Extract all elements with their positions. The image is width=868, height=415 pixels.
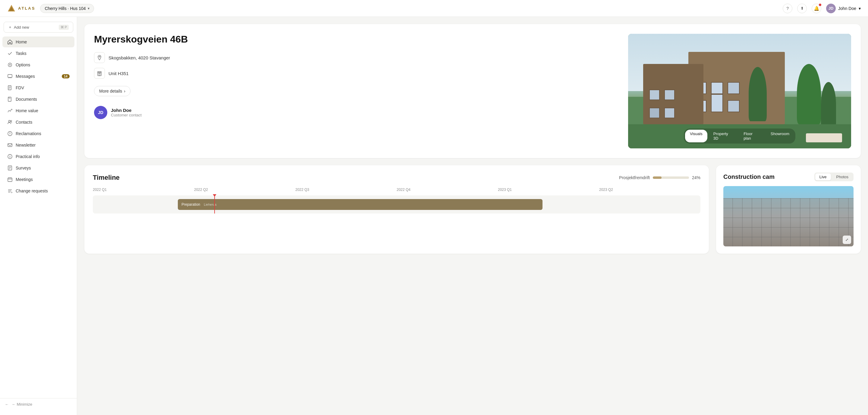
messages-badge: 14: [62, 74, 70, 79]
timeline-cursor: [214, 196, 215, 213]
sidebar-bottom: ← ← Minimize: [0, 398, 77, 410]
chevron-down-icon: ▾: [88, 6, 90, 10]
cam-tabs: Live Photos: [814, 173, 854, 181]
sidebar-item-options-label: Options: [16, 62, 30, 67]
expand-button[interactable]: ⤢: [843, 236, 851, 244]
svg-rect-28: [99, 73, 100, 76]
minimize-arrow-icon: ←: [5, 402, 9, 407]
top-navigation: ATLAS Cherry Hills · Hus 104 ▾ ? ⬆ 🔔 JD …: [0, 0, 868, 17]
property-unit-detail: Unit H351: [94, 68, 618, 79]
options-icon: [7, 62, 13, 67]
image-tab-visuals[interactable]: Visuals: [685, 130, 707, 142]
property-card: Myrerskogveien 46B Skogsbakken, 4020 Sta…: [84, 24, 861, 158]
cam-tab-photos[interactable]: Photos: [832, 173, 852, 180]
timeline-title: Timeline: [93, 174, 120, 182]
user-name-label: John Doe: [838, 6, 856, 11]
cam-tab-live[interactable]: Live: [815, 173, 831, 180]
timeline-axis: 2022 Q1 2022 Q2 2022 Q3 2022 Q4 2023 Q1 …: [93, 187, 701, 192]
home-icon: [7, 39, 13, 45]
fdv-icon: [7, 85, 13, 90]
page-layout: ＋ Add new ⌘ P Home Tasks Options: [0, 17, 868, 415]
image-tab-showroom[interactable]: Showroom: [766, 130, 794, 142]
contact-row: JD John Doe Customer contact: [94, 106, 618, 119]
sidebar-item-practical-info[interactable]: Practical info: [2, 151, 74, 162]
sidebar-item-newsletter-label: Newsletter: [16, 143, 36, 147]
contacts-icon: [7, 119, 13, 125]
contact-avatar: JD: [94, 106, 107, 119]
property-info: Myrerskogveien 46B Skogsbakken, 4020 Sta…: [94, 34, 618, 148]
share-button[interactable]: ⬆: [797, 4, 807, 13]
svg-rect-6: [8, 97, 11, 101]
sidebar-item-meetings[interactable]: Meetings: [2, 174, 74, 185]
progress-wrap: Prosjektfremdrift 24%: [619, 175, 701, 180]
logo: ATLAS: [7, 4, 35, 13]
more-details-button[interactable]: More details ›: [94, 86, 130, 96]
sidebar-item-options[interactable]: Options: [2, 59, 74, 70]
timeline-bar-label: Preparation: [181, 202, 200, 207]
project-selector[interactable]: Cherry Hills · Hus 104 ▾: [40, 4, 94, 13]
sidebar-item-reclamations[interactable]: Reclamations: [2, 128, 74, 139]
svg-rect-29: [98, 72, 99, 73]
main-content: Myrerskogveien 46B Skogsbakken, 4020 Sta…: [77, 17, 868, 415]
sidebar-item-documents-label: Documents: [16, 97, 37, 101]
sidebar-item-home-value[interactable]: Home value: [2, 105, 74, 116]
notifications-bell-wrap: 🔔: [812, 4, 821, 13]
timeline-card: Timeline Prosjektfremdrift 24% 2022 Q1 2…: [84, 165, 709, 254]
project-selector-label: Cherry Hills · Hus 104: [44, 6, 86, 11]
avatar: JD: [826, 4, 836, 13]
sidebar-item-tasks-label: Tasks: [16, 51, 27, 56]
timeline-track: Preparation Lieherus: [93, 196, 701, 213]
property-address-detail: Skogsbakken, 4020 Stavanger: [94, 52, 618, 63]
image-tab-property3d[interactable]: Property 3D: [709, 130, 738, 142]
sidebar-item-contacts-label: Contacts: [16, 120, 32, 124]
progress-percentage: 24%: [692, 175, 701, 180]
construction-cam-card: Construction cam Live Photos ⤢: [716, 165, 861, 254]
documents-icon: [7, 96, 13, 102]
property-unit-text: Unit H351: [108, 71, 129, 76]
sidebar-item-tasks[interactable]: Tasks: [2, 48, 74, 59]
chevron-right-icon: ›: [124, 89, 125, 93]
svg-point-11: [10, 135, 10, 135]
sidebar-item-change-requests[interactable]: Change requests: [2, 185, 74, 196]
sidebar-item-home-value-label: Home value: [16, 108, 38, 113]
messages-icon: [7, 73, 13, 79]
property-address-text: Skogsbakken, 4020 Stavanger: [108, 55, 170, 60]
progress-label: Prosjektfremdrift: [619, 175, 650, 180]
logo-text: ATLAS: [18, 6, 35, 10]
minimize-button[interactable]: ← ← Minimize: [5, 402, 72, 407]
sidebar-item-newsletter[interactable]: Newsletter: [2, 140, 74, 150]
timeline-header: Timeline Prosjektfremdrift 24%: [93, 174, 701, 182]
sidebar-item-change-requests-label: Change requests: [16, 188, 48, 193]
sidebar-item-fdv[interactable]: FDV: [2, 82, 74, 93]
atlas-logo-icon: [7, 4, 16, 13]
axis-label-2: 2022 Q3: [296, 187, 397, 192]
surveys-icon: [7, 165, 13, 171]
contact-name: John Doe: [111, 108, 142, 113]
sidebar-item-documents[interactable]: Documents: [2, 94, 74, 105]
add-new-button[interactable]: ＋ Add new ⌘ P: [4, 22, 73, 33]
sidebar-item-contacts[interactable]: Contacts: [2, 117, 74, 127]
sidebar-item-messages[interactable]: Messages 14: [2, 71, 74, 82]
image-tab-floorplan[interactable]: Floor plan: [739, 130, 765, 142]
sidebar-item-surveys[interactable]: Surveys: [2, 162, 74, 173]
axis-label-4: 2023 Q1: [498, 187, 599, 192]
progress-bar-fill: [653, 176, 661, 179]
help-button[interactable]: ?: [783, 4, 792, 13]
sidebar-item-practical-info-label: Practical info: [16, 154, 40, 159]
scaffolding-visual: [723, 198, 854, 246]
sidebar-item-home[interactable]: Home: [2, 36, 74, 47]
svg-point-7: [8, 120, 10, 122]
axis-label-3: 2022 Q4: [397, 187, 498, 192]
image-tabs: Visuals Property 3D Floor plan Showroom: [684, 128, 795, 144]
sidebar-item-fdv-label: FDV: [16, 85, 24, 90]
meetings-icon: [7, 177, 13, 182]
cam-title: Construction cam: [723, 173, 775, 180]
user-menu-button[interactable]: JD John Doe ▾: [826, 4, 861, 13]
cam-image: ⤢: [723, 186, 854, 246]
home-value-icon: [7, 108, 13, 113]
axis-label-1: 2022 Q2: [194, 187, 296, 192]
sidebar-item-reclamations-label: Reclamations: [16, 131, 41, 136]
building-icon: [94, 68, 105, 79]
sidebar-item-home-label: Home: [16, 39, 27, 45]
minimize-label: ← Minimize: [12, 402, 32, 407]
